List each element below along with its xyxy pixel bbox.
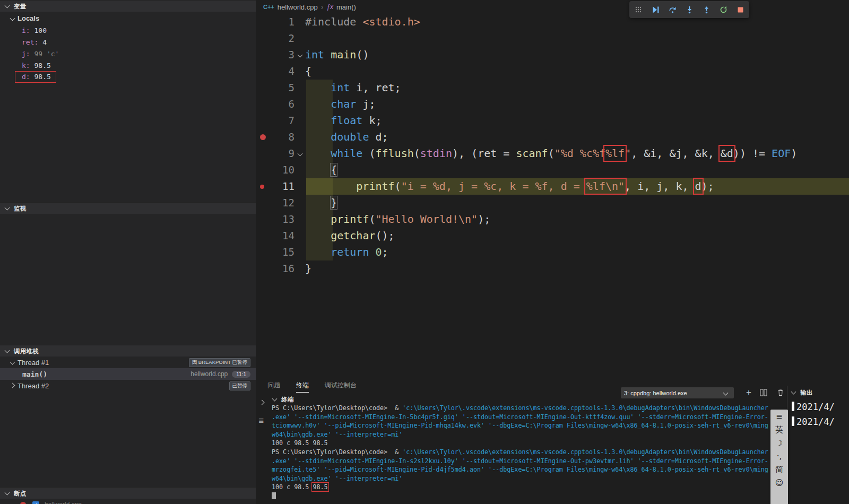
chevron-right-icon xyxy=(10,383,15,388)
locals-scope-row[interactable]: Locals xyxy=(0,13,256,24)
code-line-4[interactable]: 4{ xyxy=(256,63,849,80)
code-line-8[interactable]: 8 double d; xyxy=(256,129,849,145)
line-number[interactable]: 1 xyxy=(256,14,294,30)
panel-side-strip: ≣ xyxy=(256,393,271,504)
step-into-icon[interactable] xyxy=(685,5,694,14)
variables-section-header[interactable]: 变量 xyxy=(0,0,256,12)
variable-row-k[interactable]: k: 98.5 xyxy=(0,59,256,71)
code-line-1[interactable]: 1#include <stdio.h> xyxy=(256,14,849,30)
expand-panel-icon[interactable] xyxy=(259,400,265,405)
line-number[interactable]: 14 xyxy=(256,228,294,244)
callstack-frame-row[interactable]: main() hellworld.cpp 11:1 xyxy=(0,368,256,380)
gripper-icon[interactable] xyxy=(634,5,643,14)
red-annotation-box: %lf\n" xyxy=(586,180,625,193)
breakpoint-checkbox[interactable]: ✓ xyxy=(32,501,39,504)
breakpoint-list-item[interactable]: ✓ hellworld.cpp xyxy=(0,499,256,504)
ime-menu-icon[interactable]: ≡ xyxy=(776,412,783,421)
variable-row-d[interactable]: d: 98.5 xyxy=(0,71,256,83)
fold-chevron-icon[interactable] xyxy=(298,53,303,58)
output-section-header[interactable]: 输出 xyxy=(791,389,812,397)
callstack-thread1-row[interactable]: Thread #1 因 BREAKPOINT 已暂停 xyxy=(0,357,256,368)
panel-tab-问题[interactable]: 问题 xyxy=(267,378,280,392)
variable-value: 4 xyxy=(42,38,47,46)
breakpoints-section-header[interactable]: 断点 xyxy=(0,487,256,499)
variable-row-ret[interactable]: ret: 4 xyxy=(0,36,256,48)
kill-terminal-button[interactable] xyxy=(776,388,785,397)
ime-english-mode-icon[interactable]: 英 xyxy=(775,425,783,434)
line-number[interactable]: 8 xyxy=(256,129,294,145)
output-header-label: 输出 xyxy=(800,389,812,396)
variable-value: 99 'c' xyxy=(34,50,59,58)
chevron-down-icon xyxy=(10,359,15,364)
output-line-marker xyxy=(792,402,794,411)
code-line-10[interactable]: 10 { xyxy=(256,162,849,178)
continue-icon[interactable] xyxy=(651,5,660,14)
code-line-14[interactable]: 14 getchar(); xyxy=(256,228,849,244)
chevron-down-icon xyxy=(10,15,15,21)
line-number[interactable]: 2 xyxy=(256,30,294,47)
terminal-line: .exe' '--stdin=Microsoft-MIEngine-In-s2s… xyxy=(272,457,777,466)
line-number[interactable]: 7 xyxy=(256,112,294,129)
chevron-down-icon xyxy=(5,3,10,8)
fold-chevron-icon[interactable] xyxy=(298,151,303,157)
split-terminal-button[interactable] xyxy=(759,388,768,397)
callstack-thread2-row[interactable]: Thread #2 已暂停 xyxy=(0,380,256,392)
line-number[interactable]: 3 xyxy=(256,47,294,63)
variable-row-j[interactable]: j: 99 'c' xyxy=(0,48,256,59)
breadcrumb-symbol[interactable]: main() xyxy=(336,3,356,11)
code-line-12[interactable]: 12 } xyxy=(256,195,849,211)
terminal-select[interactable]: 3: cppdbg: hellworld.exe xyxy=(621,387,734,398)
ime-simplified-icon[interactable]: 简 xyxy=(775,465,783,474)
step-out-icon[interactable] xyxy=(701,5,711,14)
stop-icon[interactable] xyxy=(735,5,745,14)
restart-icon[interactable] xyxy=(718,5,728,14)
terminal-tabs-view-icon[interactable]: ≣ xyxy=(258,416,264,424)
line-number[interactable]: 9 xyxy=(256,145,294,162)
code-line-11[interactable]: 11 printf("i = %d, j = %c, k = %f, d = %… xyxy=(256,178,849,195)
line-number[interactable]: 15 xyxy=(256,244,294,260)
line-number[interactable]: 11 xyxy=(256,178,294,195)
line-number[interactable]: 4 xyxy=(256,63,294,80)
line-number[interactable]: 6 xyxy=(256,96,294,112)
step-over-icon[interactable] xyxy=(668,5,677,14)
terminal-section-header[interactable]: 终端 xyxy=(272,396,293,404)
watch-section-header[interactable]: 监视 xyxy=(0,202,256,214)
ime-moon-icon[interactable]: ☽ xyxy=(776,439,783,447)
code-line-16[interactable]: 16} xyxy=(256,260,849,277)
terminal-output[interactable]: PS C:\Users\Tylor\Desktop\code> & 'c:\Us… xyxy=(272,404,777,501)
variable-row-i[interactable]: i: 100 xyxy=(0,24,256,36)
output-content[interactable]: 2021/4/2021/4/ xyxy=(792,399,849,429)
ime-punctuation-icon[interactable]: ·, xyxy=(777,452,782,460)
function-symbol-icon: ƒx xyxy=(326,3,333,11)
code-line-13[interactable]: 13 printf("Hello World!\n"); xyxy=(256,211,849,228)
line-number[interactable]: 12 xyxy=(256,195,294,211)
debug-sidebar: 变量 Locals i: 100ret: 4j: 99 'c'k: 98.5d:… xyxy=(0,0,256,504)
chevron-down-icon xyxy=(5,205,10,211)
chevron-down-icon xyxy=(5,348,10,353)
breadcrumb-file[interactable]: hellworld.cpp xyxy=(278,3,318,11)
code-line-6[interactable]: 6 char j; xyxy=(256,96,849,112)
line-number[interactable]: 5 xyxy=(256,80,294,96)
variable-name: d: xyxy=(22,73,30,81)
line-number[interactable]: 16 xyxy=(256,260,294,277)
ime-smiley-icon[interactable]: ☺ xyxy=(775,479,784,487)
code-line-5[interactable]: 5 int i, ret; xyxy=(256,80,849,96)
line-number[interactable]: 10 xyxy=(256,162,294,178)
line-number[interactable]: 13 xyxy=(256,211,294,228)
debug-toolbar xyxy=(629,1,749,18)
panel-tab-terminal-active[interactable]: 终端 xyxy=(296,378,309,393)
breakpoints-header-label: 断点 xyxy=(14,490,26,497)
red-annotation-box: d xyxy=(695,180,701,193)
panel-tab-调试控制台[interactable]: 调试控制台 xyxy=(325,378,357,392)
code-line-2[interactable]: 2 xyxy=(256,30,849,47)
code-line-7[interactable]: 7 float k; xyxy=(256,112,849,129)
breadcrumb: C++ hellworld.cpp › ƒx main() xyxy=(256,0,849,14)
code-line-15[interactable]: 15 return 0; xyxy=(256,244,849,260)
callstack-section-header[interactable]: 调用堆栈 xyxy=(0,345,256,357)
watch-header-label: 监视 xyxy=(14,205,26,212)
code-line-3[interactable]: 3int main() xyxy=(256,47,849,63)
terminal-line: 100 c 98.5 98.5 xyxy=(272,439,777,448)
code-line-9[interactable]: 9 while (fflush(stdin), (ret = scanf("%d… xyxy=(256,145,849,162)
code-area[interactable]: 1#include <stdio.h>23int main()4{5 int i… xyxy=(256,14,849,277)
new-terminal-button[interactable]: + xyxy=(744,388,753,397)
